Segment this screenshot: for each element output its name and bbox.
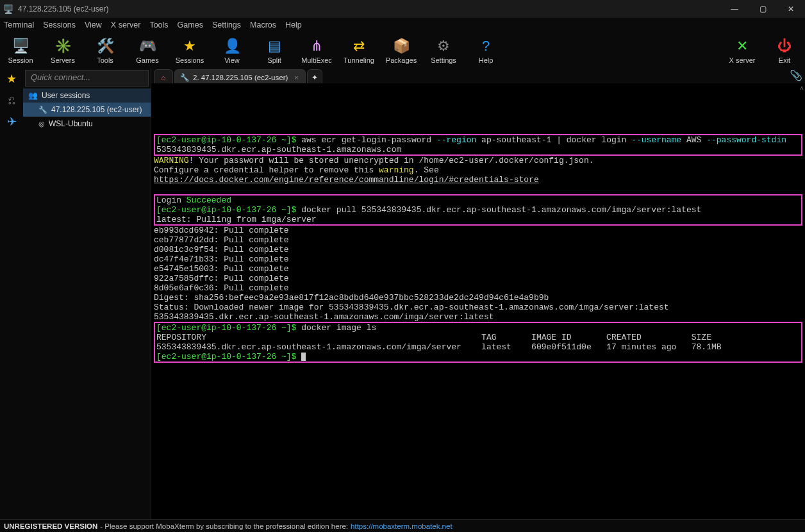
menu-view[interactable]: View [85, 21, 102, 29]
session-label: WSL-Ubuntu [49, 119, 93, 128]
app-icon: 🖥️ [3, 3, 14, 15]
menu-tools[interactable]: Tools [149, 21, 168, 29]
status-link[interactable]: https://mobaxterm.mobatek.net [351, 522, 452, 530]
folder-icon: 👥 [28, 91, 38, 100]
multiexec-icon: ⋔ [311, 37, 322, 55]
status-text: - Please support MobaXterm by subscribin… [100, 522, 348, 530]
scroll-up-icon[interactable]: ^ [800, 85, 804, 94]
session-icon: 🔧 [38, 106, 47, 114]
tool-label: MultiExec [301, 56, 332, 64]
minimize-button[interactable]: — [720, 0, 749, 18]
view-icon: 👤 [224, 37, 241, 55]
settings-icon: ⚙ [437, 37, 450, 55]
tab-new[interactable]: ✦ [307, 69, 322, 83]
quick-connect-input[interactable]: Quick connect... [25, 70, 149, 87]
toolbar: 🖥️Session✳️Servers🛠️Tools🎮Games★Sessions… [0, 32, 805, 68]
menu-macros[interactable]: Macros [250, 21, 276, 29]
tool-servers[interactable]: ✳️Servers [47, 37, 78, 64]
close-button[interactable]: ✕ [777, 0, 805, 18]
star-icon[interactable]: ★ [6, 72, 17, 86]
session-item[interactable]: ◎WSL-Ubuntu [23, 117, 151, 131]
menu-sessions[interactable]: Sessions [43, 21, 76, 29]
paperclip-icon[interactable]: 📎 [790, 69, 802, 81]
tab-label: 2. 47.128.225.105 (ec2-user) [193, 74, 288, 81]
packages-icon: 📦 [393, 37, 410, 55]
cursor [301, 353, 306, 361]
tool-tunneling[interactable]: ⇄Tunneling [344, 37, 374, 64]
tool-games[interactable]: 🎮Games [132, 37, 163, 64]
tool-split[interactable]: ▤Split [259, 37, 290, 64]
tool-label: Exit [779, 56, 790, 64]
tool-label: Sessions [176, 56, 204, 64]
games-icon: 🎮 [139, 37, 156, 55]
tool-tools[interactable]: 🛠️Tools [90, 37, 120, 64]
tool-label: Servers [51, 56, 75, 64]
tool-label: Packages [386, 56, 417, 64]
titlebar: 🖥️ 47.128.225.105 (ec2-user) — ▢ ✕ [0, 0, 805, 18]
window-title: 47.128.225.105 (ec2-user) [18, 4, 108, 13]
tool-x-server[interactable]: ✕X server [727, 37, 758, 64]
tool-multiexec[interactable]: ⋔MultiExec [301, 37, 332, 64]
tool-label: Tunneling [344, 56, 374, 64]
tools-icon: 🛠️ [97, 37, 114, 55]
tool-label: Settings [431, 56, 456, 64]
menu-settings[interactable]: Settings [212, 21, 241, 29]
tab-session[interactable]: 🔧 2. 47.128.225.105 (ec2-user) × [174, 69, 306, 83]
x-server-icon: ✕ [736, 37, 748, 55]
arrow-icon[interactable]: ⎌ [8, 94, 15, 107]
tool-view[interactable]: 👤View [217, 37, 247, 64]
tool-label: Games [136, 56, 158, 64]
content-area: ⌂ 🔧 2. 47.128.225.105 (ec2-user) × ✦ 📎 ^… [151, 68, 805, 519]
split-icon: ▤ [268, 37, 281, 55]
help-icon: ? [482, 37, 490, 55]
highlight-box-3: [ec2-user@ip-10-0-137-26 ~]$ docker imag… [154, 322, 802, 363]
menubar: TerminalSessionsViewX serverToolsGamesSe… [0, 18, 805, 32]
status-bar: UNREGISTERED VERSION - Please support Mo… [0, 519, 805, 532]
highlight-box-1: [ec2-user@ip-10-0-137-26 ~]$ aws ecr get… [154, 134, 802, 156]
session-item[interactable]: 🔧47.128.225.105 (ec2-user) [23, 103, 151, 117]
session-label: 47.128.225.105 (ec2-user) [51, 105, 142, 114]
tool-label: Help [479, 56, 494, 64]
tool-sessions[interactable]: ★Sessions [174, 37, 205, 64]
tool-help[interactable]: ?Help [470, 37, 501, 64]
sessions-icon: ★ [183, 37, 196, 55]
session-icon: ◎ [38, 120, 45, 128]
tool-exit[interactable]: ⏻Exit [769, 37, 800, 64]
menu-games[interactable]: Games [178, 21, 203, 29]
terminal-icon: 🔧 [180, 73, 189, 82]
left-rail: ★ ⎌ ✈ [0, 68, 23, 519]
tool-label: View [224, 56, 240, 64]
session-icon: 🖥️ [12, 37, 29, 55]
sessions-header-label: User sessions [42, 91, 90, 100]
side-panel: Quick connect... 👥 User sessions 🔧47.128… [23, 68, 151, 519]
sessions-header[interactable]: 👥 User sessions [23, 88, 151, 103]
exit-icon: ⏻ [777, 37, 792, 55]
tab-home[interactable]: ⌂ [154, 69, 173, 83]
menu-x-server[interactable]: X server [111, 21, 141, 29]
menu-help[interactable]: Help [285, 21, 302, 29]
tool-label: Tools [97, 56, 113, 64]
tunneling-icon: ⇄ [353, 37, 365, 55]
send-icon[interactable]: ✈ [7, 115, 17, 129]
menu-terminal[interactable]: Terminal [4, 21, 34, 29]
status-version: UNREGISTERED VERSION [4, 522, 97, 530]
highlight-box-2: Login Succeeded [ec2-user@ip-10-0-137-26… [154, 194, 802, 226]
tool-label: Session [8, 56, 33, 64]
tool-session[interactable]: 🖥️Session [5, 37, 36, 64]
tab-close-icon[interactable]: × [294, 74, 298, 81]
home-icon: ⌂ [162, 74, 166, 81]
tool-packages[interactable]: 📦Packages [386, 37, 417, 64]
tool-settings[interactable]: ⚙Settings [428, 37, 459, 64]
tool-label: Split [267, 56, 281, 64]
servers-icon: ✳️ [54, 37, 72, 55]
terminal[interactable]: ^ 1 [ec2-user@ip-10-0-137-26 ~]$ aws ecr… [151, 83, 805, 519]
maximize-button[interactable]: ▢ [749, 0, 777, 18]
tool-label: X server [729, 56, 756, 64]
tab-bar: ⌂ 🔧 2. 47.128.225.105 (ec2-user) × ✦ 📎 [151, 68, 805, 83]
